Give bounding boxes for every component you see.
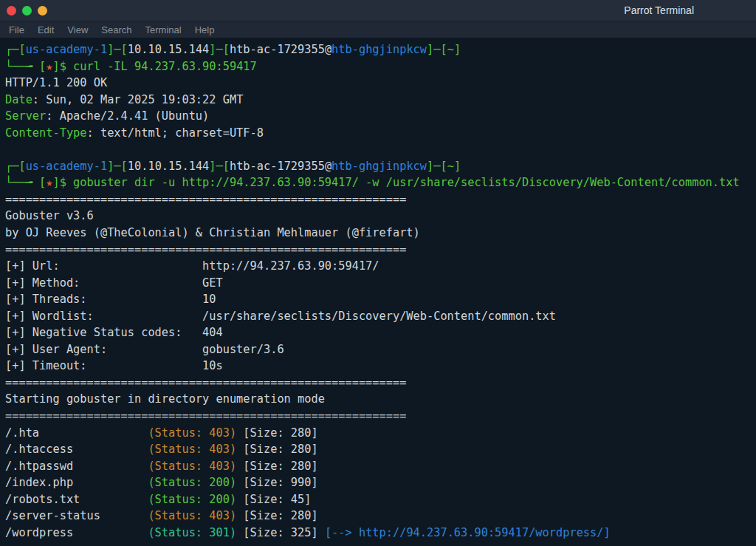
terminal-text-segment: Server: [5, 109, 46, 123]
terminal-text-segment: by OJ Reeves (@TheColonial) & Christian …: [5, 226, 420, 239]
terminal-line: /.htaccess (Status: 403) [Size: 280]: [5, 441, 756, 458]
maximize-window-button[interactable]: [22, 6, 32, 16]
terminal-text-segment: /server-status: [5, 509, 148, 522]
terminal-text-segment: (Status: 403): [148, 460, 236, 473]
terminal-line: └──╼ [★]$ curl -IL 94.237.63.90:59417: [5, 58, 756, 75]
terminal-text-segment: 10.10.15.144: [128, 160, 210, 173]
terminal-text-segment: [Size: 45]: [236, 493, 311, 506]
terminal-text-segment: /robots.txt: [5, 493, 148, 506]
terminal-line: /.hta (Status: 403) [Size: 280]: [5, 425, 756, 442]
terminal-line: /robots.txt (Status: 200) [Size: 45]: [5, 491, 756, 508]
terminal-line: [+] Wordlist: /usr/share/seclists/Discov…: [5, 308, 756, 325]
terminal-text-segment: htb-ghgjinpkcw: [331, 160, 427, 173]
terminal-text-segment: [Size: 325]: [236, 526, 325, 539]
terminal-text-segment: (Status: 200): [148, 476, 236, 489]
terminal-text-segment: ========================================…: [5, 376, 406, 389]
terminal-text-segment: ]─[: [209, 43, 230, 56]
terminal-line: /wordpress (Status: 301) [Size: 325] [--…: [5, 525, 756, 542]
window-title: Parrot Terminal: [624, 4, 694, 16]
terminal-line: ┌─[us-academy-1]─[10.10.15.144]─[htb-ac-…: [5, 158, 756, 175]
terminal-text-segment: ========================================…: [5, 409, 406, 423]
terminal-line: ┌─[us-academy-1]─[10.10.15.144]─[htb-ac-…: [5, 41, 756, 58]
terminal-line: Starting gobuster in directory enumerati…: [5, 391, 756, 408]
terminal-text-segment: us-academy-1: [26, 160, 108, 173]
terminal-line: Server: Apache/2.4.41 (Ubuntu): [5, 108, 756, 125]
terminal-text-segment: ]─[~]: [427, 160, 461, 173]
terminal-text-segment: us-academy-1: [26, 43, 108, 56]
terminal-line: [+] Timeout: 10s: [5, 358, 756, 375]
terminal-text-segment: [+] User Agent: gobuster/3.6: [5, 343, 284, 356]
menu-item-file[interactable]: File: [2, 23, 31, 37]
terminal-line: Date: Sun, 02 Mar 2025 19:03:22 GMT: [5, 92, 756, 109]
terminal-text-segment: (Status: 403): [148, 509, 236, 522]
close-window-button[interactable]: [7, 6, 16, 16]
terminal-line: Content-Type: text/html; charset=UTF-8: [5, 125, 756, 142]
terminal-line: /.htpasswd (Status: 403) [Size: 280]: [5, 458, 756, 475]
menu-item-edit[interactable]: Edit: [31, 23, 61, 37]
terminal-line: └──╼ [★]$ gobuster dir -u http://94.237.…: [5, 174, 756, 191]
terminal-text-segment: ]─[: [107, 43, 128, 56]
terminal-text-segment: (Status: 301): [148, 526, 236, 539]
terminal-line: ========================================…: [5, 375, 756, 392]
terminal-line: [5, 141, 756, 158]
terminal-text-segment: htb-ghgjinpkcw: [331, 43, 427, 56]
terminal-text-segment: ========================================…: [5, 193, 406, 206]
terminal-text-segment: (Status: 200): [148, 493, 236, 506]
terminal-text-segment: [+] Url: http://94.237.63.90:59417/: [5, 259, 379, 273]
terminal-text-segment: /.htaccess: [5, 443, 148, 456]
terminal-text-segment: ]─[: [209, 160, 230, 173]
terminal-text-segment: /wordpress: [5, 526, 148, 539]
terminal-text-segment: : Apache/2.4.41 (Ubuntu): [46, 109, 209, 123]
terminal-line: ========================================…: [5, 242, 756, 259]
terminal-text-segment: ]$ curl -IL 94.237.63.90:59417: [52, 60, 256, 73]
terminal-text-segment: Starting gobuster in directory enumerati…: [5, 392, 325, 406]
titlebar[interactable]: Parrot Terminal: [0, 0, 756, 21]
terminal-line: Gobuster v3.6: [5, 208, 756, 225]
terminal-text-segment: [+] Wordlist: /usr/share/seclists/Discov…: [5, 310, 556, 323]
menu-item-help[interactable]: Help: [188, 23, 221, 37]
terminal-text-segment: [Size: 280]: [236, 443, 318, 456]
terminal-text-segment: Content-Type: [5, 126, 87, 140]
terminal-text-segment: ]─[~]: [427, 43, 461, 56]
window-controls: [7, 6, 47, 16]
menu-item-terminal[interactable]: Terminal: [139, 23, 188, 37]
terminal-text-segment: └──╼ [: [5, 60, 46, 73]
terminal-text-segment: : Sun, 02 Mar 2025 19:03:22 GMT: [32, 93, 244, 106]
terminal-text-segment: ]─[: [107, 160, 128, 173]
menu-item-search[interactable]: Search: [94, 23, 138, 37]
terminal-text-segment: [Size: 280]: [236, 426, 318, 440]
terminal-window: Parrot Terminal File Edit View Search Te…: [0, 0, 756, 546]
terminal-line: [+] Method: GET: [5, 275, 756, 292]
terminal-text-segment: Date: [5, 93, 32, 106]
terminal-text-segment: htb-ac-1729355@: [230, 43, 331, 56]
terminal-text-segment: /.hta: [5, 426, 148, 440]
terminal-text-segment: ========================================…: [5, 243, 406, 256]
terminal-line: /index.php (Status: 200) [Size: 990]: [5, 474, 756, 491]
terminal-text-segment: [Size: 990]: [236, 476, 318, 489]
terminal-text-segment: : text/html; charset=UTF-8: [87, 126, 264, 140]
terminal-text-segment: HTTP/1.1 200 OK: [5, 76, 107, 89]
minimize-window-button[interactable]: [38, 6, 47, 16]
terminal-text-segment: /.htpasswd: [5, 460, 148, 473]
terminal-text-segment: ┌─[: [5, 160, 26, 173]
menu-item-view[interactable]: View: [61, 23, 94, 37]
terminal-output[interactable]: ┌─[us-academy-1]─[10.10.15.144]─[htb-ac-…: [0, 38, 756, 546]
menu-bar: File Edit View Search Terminal Help: [0, 21, 756, 38]
terminal-text-segment: [+] Timeout: 10s: [5, 359, 223, 372]
terminal-text-segment: [Size: 280]: [236, 509, 318, 522]
terminal-text-segment: [+] Method: GET: [5, 276, 223, 290]
terminal-line: [+] Negative Status codes: 404: [5, 324, 756, 341]
terminal-line: by OJ Reeves (@TheColonial) & Christian …: [5, 225, 756, 242]
terminal-text-segment: (Status: 403): [148, 443, 236, 456]
terminal-text-segment: [+] Negative Status codes: 404: [5, 326, 223, 339]
terminal-line: /server-status (Status: 403) [Size: 280]: [5, 508, 756, 525]
terminal-line: ========================================…: [5, 408, 756, 425]
terminal-line: [+] Url: http://94.237.63.90:59417/: [5, 258, 756, 275]
terminal-line: [+] Threads: 10: [5, 291, 756, 308]
terminal-text-segment: /index.php: [5, 476, 148, 489]
terminal-text-segment: [--> http://94.237.63.90:59417/wordpress…: [325, 526, 611, 539]
terminal-text-segment: └──╼ [: [5, 176, 46, 189]
terminal-text-segment: ┌─[: [5, 43, 26, 56]
terminal-text-segment: Gobuster v3.6: [5, 209, 94, 222]
terminal-text-segment: ]$ gobuster dir -u http://94.237.63.90:5…: [52, 176, 739, 189]
